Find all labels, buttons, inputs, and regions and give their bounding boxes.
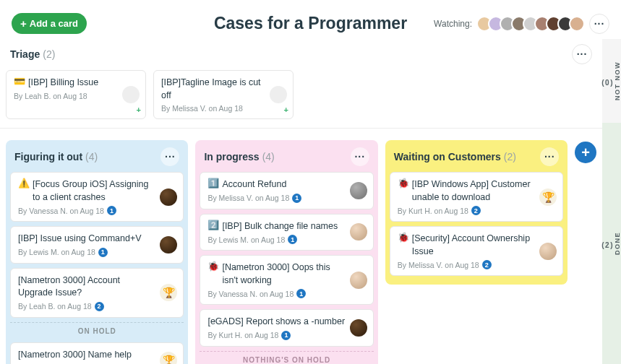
card-title: [IBP] Bulk change file names xyxy=(222,220,338,233)
add-column-button[interactable]: + xyxy=(575,142,596,163)
assignee-avatar[interactable]: 🏆 xyxy=(539,188,557,206)
assignee-avatar[interactable]: 🏆 xyxy=(160,284,177,301)
column-count: (4) xyxy=(262,151,275,162)
card-title: [Nametron 3000] Name help xyxy=(18,349,132,362)
watching-label: Watching: xyxy=(434,19,472,29)
assignee-avatar[interactable] xyxy=(160,188,177,206)
trophy-icon: 🏆 xyxy=(163,287,175,298)
card-byline: By Lewis M. on Aug 18 xyxy=(18,248,95,256)
column-title: In progress xyxy=(204,151,259,162)
comment-badge: 1 xyxy=(107,206,116,215)
warning-icon: ⚠️ xyxy=(18,178,30,188)
assignee-avatar[interactable] xyxy=(350,182,367,199)
board-title: Cases for a Programmer xyxy=(214,14,407,33)
card-title: Account Refund xyxy=(222,178,286,191)
triage-count: (2) xyxy=(43,48,55,60)
card[interactable]: 🐞[IBP Windows App] Customer unable to do… xyxy=(390,172,563,222)
comment-badge: 2 xyxy=(482,260,492,269)
assignee-avatar[interactable] xyxy=(160,236,177,254)
number-two-icon: 2️⃣ xyxy=(207,220,219,230)
card[interactable]: 🐞[Security] Account Ownership Issue By M… xyxy=(390,226,563,276)
comment-badge: 1 xyxy=(281,331,291,340)
triage-title: Triage xyxy=(10,48,40,60)
rail-done-label: DONE xyxy=(614,232,621,255)
column-progress: In progress (4) ··· 1️⃣Account Refund By… xyxy=(195,140,377,364)
assignee-avatar[interactable] xyxy=(539,243,557,260)
board-header: + Add a card Cases for a Programmer Watc… xyxy=(0,0,621,40)
card[interactable]: 🐞[Nametron 3000] Oops this isn't working… xyxy=(200,255,373,305)
triage-section: Triage (2) ··· 💳[IBP] Billing Issue By L… xyxy=(0,40,602,129)
board-menu-button[interactable]: ··· xyxy=(589,14,609,34)
plus-icon: + xyxy=(20,17,27,30)
triage-cards: 💳[IBP] Billing Issue By Leah B. on Aug 1… xyxy=(6,70,596,119)
triage-card[interactable]: 💳[IBP] Billing Issue By Leah B. on Aug 1… xyxy=(6,70,146,119)
bug-icon: 🐞 xyxy=(398,178,409,188)
card-byline: By Kurt H. on Aug 18 xyxy=(398,207,468,215)
card-title: [Nametron 3000] Account Upgrade Issue? xyxy=(18,274,157,300)
card[interactable]: [Nametron 3000] Account Upgrade Issue? B… xyxy=(10,268,184,318)
rail-done[interactable]: (2) DONE xyxy=(602,123,621,364)
comment-badge: 2 xyxy=(471,206,481,215)
nothing-on-hold: NOTHING'S ON HOLD xyxy=(200,351,373,365)
card-emoji-icon: 💳 xyxy=(14,77,25,86)
column-header: Figuring it out (4) ··· xyxy=(10,144,184,172)
card-title: [IBP]Tagline Image is cut off xyxy=(161,77,267,102)
assignee-avatar[interactable] xyxy=(350,272,367,289)
comment-badge: 1 xyxy=(296,289,306,298)
column-menu-button[interactable]: ··· xyxy=(160,147,179,166)
triage-menu-button[interactable]: ··· xyxy=(572,44,592,64)
column-menu-button[interactable]: ··· xyxy=(351,147,369,166)
comment-badge: 1 xyxy=(292,194,301,203)
card[interactable]: 2️⃣[IBP] Bulk change file names By Lewis… xyxy=(200,214,373,251)
card-byline: By Lewis M. on Aug 18 xyxy=(207,235,285,244)
column-figuring: Figuring it out (4) ··· ⚠️[Focus Group i… xyxy=(6,140,188,364)
card[interactable]: [eGADS] Report shows a -number By Kurt H… xyxy=(200,309,373,347)
assignee-avatar[interactable] xyxy=(350,319,367,337)
trophy-icon: 🏆 xyxy=(163,355,175,364)
plus-icon: + xyxy=(581,144,590,161)
card-title: [Focus Group iOS] Assigning to a client … xyxy=(33,178,157,204)
card-byline: By Leah B. on Aug 18 xyxy=(14,92,119,100)
rail-done-count: (2) xyxy=(602,242,614,250)
column-title: Figuring it out xyxy=(14,151,82,162)
card-byline: By Vanessa N. on Aug 18 xyxy=(18,207,104,215)
triage-header: Triage (2) ··· xyxy=(6,40,596,70)
card-byline: By Melissa V. on Aug 18 xyxy=(207,194,289,202)
column-title: Waiting on Customers xyxy=(394,151,501,162)
bug-icon: 🐞 xyxy=(207,261,219,271)
card-title: [Security] Account Ownership Issue xyxy=(412,233,536,258)
assignee-avatar[interactable] xyxy=(350,223,367,240)
triage-card[interactable]: [IBP]Tagline Image is cut off By Melissa… xyxy=(153,70,294,119)
rail-notnow-label: NOT NOW xyxy=(614,61,621,100)
right-rail: (0) NOT NOW (2) DONE xyxy=(602,39,621,364)
assignee-avatar[interactable]: 🏆 xyxy=(160,352,177,364)
column-count: (2) xyxy=(504,151,516,162)
card[interactable]: [Nametron 3000] Name help By Melissa V. … xyxy=(10,342,184,365)
bug-icon: 🐞 xyxy=(398,233,409,242)
assign-plus-icon[interactable]: + xyxy=(137,105,141,114)
comment-badge: 1 xyxy=(288,235,297,244)
unassigned-avatar[interactable] xyxy=(270,86,287,103)
header-right: Watching: ··· xyxy=(434,14,609,34)
watcher-avatars[interactable] xyxy=(476,16,585,32)
columns-row: Figuring it out (4) ··· ⚠️[Focus Group i… xyxy=(0,129,602,364)
card-title: [eGADS] Report shows a -number xyxy=(207,316,345,329)
card-byline: By Melissa V. on Aug 18 xyxy=(398,261,479,269)
unassigned-avatar[interactable] xyxy=(122,86,140,103)
add-card-label: Add a card xyxy=(30,18,78,29)
column-header: In progress (4) ··· xyxy=(200,144,373,172)
card[interactable]: ⚠️[Focus Group iOS] Assigning to a clien… xyxy=(10,172,184,222)
card-byline: By Vanessa N. on Aug 18 xyxy=(207,290,294,298)
card[interactable]: [IBP] Issue using Command+V By Lewis M. … xyxy=(10,226,184,264)
avatar[interactable] xyxy=(569,16,585,32)
column-menu-button[interactable]: ··· xyxy=(540,147,559,166)
card-byline: By Kurt H. on Aug 18 xyxy=(207,331,278,339)
card[interactable]: 1️⃣Account Refund By Melissa V. on Aug 1… xyxy=(200,172,373,209)
column-waiting: Waiting on Customers (2) ··· 🐞[IBP Windo… xyxy=(385,140,568,285)
add-card-button[interactable]: + Add a card xyxy=(12,13,87,34)
trophy-icon: 🏆 xyxy=(542,191,554,203)
comment-badge: 1 xyxy=(98,248,108,257)
assign-plus-icon[interactable]: + xyxy=(284,105,288,114)
column-count: (4) xyxy=(85,151,98,162)
rail-notnow[interactable]: (0) NOT NOW xyxy=(602,39,621,123)
